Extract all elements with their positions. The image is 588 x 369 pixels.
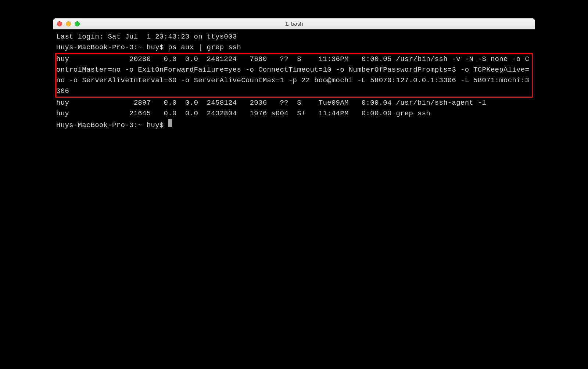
minimize-icon[interactable]	[66, 21, 71, 26]
window-title: 1. bash	[53, 21, 535, 27]
traffic-lights	[57, 21, 80, 26]
maximize-icon[interactable]	[75, 21, 80, 26]
highlighted-annotation: huy 20280 0.0 0.0 2481224 7680 ?? S 11:3…	[55, 53, 533, 98]
terminal-window: 1. bash Last login: Sat Jul 1 23:43:23 o…	[53, 18, 535, 319]
terminal-output-ssh-agent: huy 2897 0.0 0.0 2458124 2036 ?? S Tue09…	[56, 98, 532, 108]
terminal-prompt-command: Huys-MacBook-Pro-3:~ huy$ ps aux | grep …	[56, 42, 532, 53]
terminal-prompt-text: Huys-MacBook-Pro-3:~ huy$	[56, 120, 168, 131]
terminal-output-login: Last login: Sat Jul 1 23:43:23 on ttys00…	[56, 32, 532, 42]
terminal-output-grep: huy 21645 0.0 0.0 2432804 1976 s004 S+ 1…	[56, 108, 532, 119]
close-icon[interactable]	[57, 21, 62, 26]
terminal-output-ssh-process: huy 20280 0.0 0.0 2481224 7680 ?? S 11:3…	[56, 54, 532, 97]
cursor-icon	[168, 119, 172, 127]
terminal-prompt-current[interactable]: Huys-MacBook-Pro-3:~ huy$	[56, 119, 532, 131]
title-bar[interactable]: 1. bash	[53, 18, 535, 29]
terminal-body[interactable]: Last login: Sat Jul 1 23:43:23 on ttys00…	[53, 29, 535, 319]
